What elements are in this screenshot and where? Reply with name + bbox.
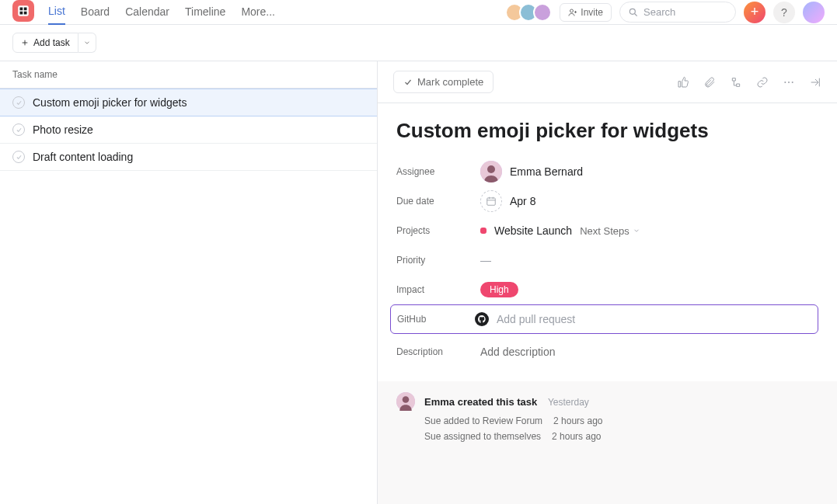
- task-row[interactable]: Draft content loading: [0, 144, 377, 171]
- person-plus-icon: [568, 8, 577, 17]
- link-icon: [756, 76, 769, 89]
- search-placeholder: Search: [643, 6, 675, 18]
- tab-more[interactable]: More...: [241, 1, 275, 24]
- tab-board[interactable]: Board: [81, 1, 110, 24]
- check-icon: [16, 99, 23, 106]
- toolbar: Add task: [0, 25, 837, 61]
- activity-sub-entry: Sue added to Review Forum 2 hours ago: [424, 415, 818, 426]
- task-name: Draft content loading: [33, 151, 133, 163]
- impact-badge: High: [480, 282, 518, 297]
- task-title[interactable]: Custom emoji picker for widgets: [396, 119, 818, 143]
- svg-rect-2: [24, 7, 27, 10]
- project-icon[interactable]: [12, 0, 34, 22]
- project-color-dot: [480, 228, 487, 234]
- current-user-avatar[interactable]: [803, 2, 825, 23]
- svg-rect-12: [487, 198, 496, 205]
- svg-point-6: [629, 9, 635, 14]
- invite-label: Invite: [581, 7, 603, 18]
- add-task-button[interactable]: Add task: [12, 33, 78, 53]
- task-list-pane: Task name Custom emoji picker for widget…: [0, 61, 377, 504]
- activity-feed: Emma created this task Yesterday Sue add…: [378, 381, 837, 504]
- project-section-dropdown[interactable]: Next Steps: [580, 225, 640, 237]
- subtask-icon: [730, 76, 742, 89]
- plus-icon: [21, 39, 29, 47]
- complete-toggle[interactable]: [12, 151, 25, 163]
- field-assignee[interactable]: Assignee Emma Bernard: [396, 157, 818, 186]
- assignee-name: Emma Bernard: [510, 165, 583, 178]
- detail-action-icons: [677, 76, 821, 89]
- svg-point-14: [403, 396, 410, 403]
- invite-button[interactable]: Invite: [560, 3, 612, 22]
- task-detail-pane: Mark complete Custom emoji picker for wi…: [377, 61, 837, 504]
- activity-time: Yesterday: [548, 397, 589, 408]
- tab-calendar[interactable]: Calendar: [125, 1, 169, 24]
- add-task-label: Add task: [33, 37, 70, 48]
- task-name: Custom emoji picker for widgets: [33, 96, 187, 109]
- svg-rect-1: [20, 7, 23, 10]
- member-avatars[interactable]: [510, 3, 552, 22]
- view-tabs: List Board Calendar Timeline More...: [48, 0, 275, 25]
- activity-avatar: [396, 392, 415, 411]
- github-placeholder: Add pull request: [497, 313, 575, 325]
- activity-sub-entry: Sue assigned to themselves 2 hours ago: [424, 431, 818, 442]
- assignee-avatar: [480, 161, 502, 182]
- more-horizontal-icon: [783, 76, 795, 89]
- task-name: Photo resize: [33, 123, 93, 136]
- copy-link-button[interactable]: [756, 76, 769, 89]
- close-detail-button[interactable]: [809, 76, 821, 89]
- due-date-label: Due date: [396, 196, 480, 207]
- svg-point-8: [788, 82, 790, 83]
- task-row[interactable]: Photo resize: [0, 116, 377, 144]
- check-icon: [16, 154, 23, 161]
- field-projects[interactable]: Projects Website Launch Next Steps: [396, 216, 818, 245]
- description-label: Description: [396, 346, 480, 357]
- field-priority[interactable]: Priority —: [396, 245, 818, 275]
- chevron-down-icon: [633, 227, 640, 235]
- activity-action: created this task: [458, 396, 538, 408]
- svg-point-5: [570, 9, 574, 12]
- paperclip-icon: [703, 76, 716, 89]
- like-button[interactable]: [677, 76, 689, 89]
- member-avatar: [533, 3, 552, 22]
- svg-rect-4: [24, 11, 27, 14]
- complete-toggle[interactable]: [12, 96, 25, 109]
- search-icon: [628, 7, 639, 18]
- field-github[interactable]: GitHub Add pull request: [390, 304, 818, 334]
- add-task-dropdown[interactable]: [78, 33, 96, 53]
- field-description[interactable]: Description Add description: [396, 337, 818, 367]
- global-add-button[interactable]: +: [744, 2, 766, 23]
- field-due-date[interactable]: Due date Apr 8: [396, 186, 818, 216]
- detail-toolbar: Mark complete: [378, 61, 837, 103]
- project-glyph-icon: [16, 4, 30, 18]
- impact-label: Impact: [396, 284, 480, 295]
- search-input[interactable]: Search: [619, 2, 736, 23]
- tab-timeline[interactable]: Timeline: [185, 1, 225, 24]
- top-bar: List Board Calendar Timeline More... Inv…: [0, 0, 837, 25]
- calendar-icon: [480, 190, 502, 212]
- mark-complete-button[interactable]: Mark complete: [393, 71, 493, 93]
- complete-toggle[interactable]: [12, 123, 25, 136]
- thumbs-up-icon: [677, 76, 689, 89]
- svg-rect-3: [20, 11, 23, 14]
- avatar-icon: [396, 392, 415, 411]
- more-actions-button[interactable]: [783, 76, 795, 89]
- assignee-label: Assignee: [396, 166, 480, 177]
- column-header-name: Task name: [0, 61, 377, 89]
- description-placeholder: Add description: [480, 346, 556, 358]
- due-date-value: Apr 8: [510, 195, 535, 207]
- github-icon: [475, 312, 489, 326]
- subtask-button[interactable]: [730, 76, 742, 89]
- svg-point-9: [792, 82, 793, 83]
- attachment-button[interactable]: [703, 76, 716, 89]
- project-name: Website Launch: [494, 224, 572, 237]
- task-row[interactable]: Custom emoji picker for widgets: [0, 89, 377, 116]
- tab-list[interactable]: List: [48, 0, 65, 25]
- help-button[interactable]: ?: [773, 2, 795, 23]
- field-impact[interactable]: Impact High: [396, 275, 818, 304]
- svg-rect-0: [18, 5, 29, 16]
- svg-point-11: [487, 165, 495, 173]
- activity-sub-time: 2 hours ago: [553, 415, 602, 426]
- activity-sub-time: 2 hours ago: [552, 431, 601, 442]
- projects-label: Projects: [396, 225, 480, 236]
- priority-label: Priority: [396, 255, 480, 266]
